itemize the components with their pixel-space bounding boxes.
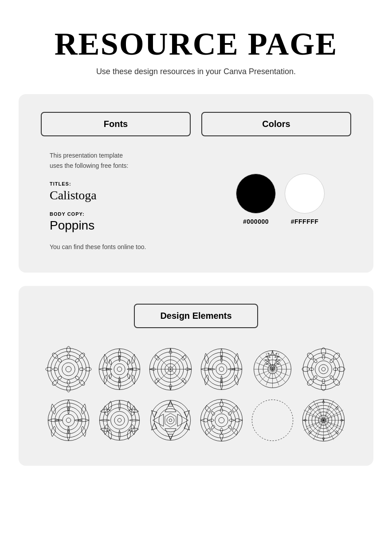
svg-point-93 bbox=[159, 408, 182, 432]
svg-point-58 bbox=[307, 353, 340, 386]
svg-marker-96 bbox=[153, 414, 164, 426]
svg-point-83 bbox=[63, 414, 74, 426]
svg-point-80 bbox=[51, 403, 86, 438]
svg-point-107 bbox=[252, 400, 293, 440]
svg-point-64 bbox=[321, 383, 326, 391]
svg-point-17 bbox=[79, 368, 84, 370]
design-elements-header: Design Elements bbox=[41, 304, 351, 328]
fonts-colors-card: Fonts Colors This presentation template … bbox=[19, 94, 373, 273]
mandala-item-2 bbox=[96, 346, 143, 392]
body-copy-label: BODY COPY: bbox=[50, 211, 192, 217]
mandala-item-11 bbox=[249, 397, 296, 444]
mandala-item-3 bbox=[147, 346, 194, 392]
svg-point-62 bbox=[321, 367, 325, 371]
mandala-item-8 bbox=[96, 397, 143, 444]
page-header: RESOURCE PAGE Use these design resources… bbox=[55, 27, 338, 76]
svg-point-82 bbox=[59, 410, 78, 430]
swatch-circle-white bbox=[285, 174, 325, 214]
svg-point-103 bbox=[208, 406, 235, 434]
fonts-left-panel: This presentation template uses the foll… bbox=[41, 151, 192, 250]
titles-font-name: Calistoga bbox=[50, 188, 192, 202]
svg-marker-97 bbox=[177, 414, 188, 426]
svg-point-99 bbox=[167, 416, 174, 424]
mandala-item-4 bbox=[198, 346, 245, 392]
svg-point-90 bbox=[118, 418, 121, 422]
svg-point-27 bbox=[117, 367, 122, 372]
svg-point-19 bbox=[75, 358, 80, 363]
mandala-item-6 bbox=[300, 346, 347, 392]
svg-point-61 bbox=[319, 365, 328, 374]
svg-point-16 bbox=[53, 368, 58, 370]
svg-point-106 bbox=[219, 417, 224, 423]
svg-point-5 bbox=[66, 366, 71, 372]
page-subtitle: Use these design resources in your Canva… bbox=[55, 67, 338, 76]
svg-point-20 bbox=[57, 375, 63, 381]
svg-point-42 bbox=[216, 364, 227, 375]
svg-point-25 bbox=[110, 360, 129, 378]
svg-point-60 bbox=[315, 361, 332, 378]
svg-marker-98 bbox=[165, 413, 176, 428]
design-elements-card: Design Elements bbox=[19, 286, 373, 466]
svg-point-84 bbox=[66, 418, 71, 423]
swatch-label-black: #000000 bbox=[243, 218, 269, 225]
color-swatches-container: #000000 #FFFFFF bbox=[236, 174, 325, 225]
svg-point-4 bbox=[62, 363, 75, 376]
svg-point-21 bbox=[75, 375, 80, 381]
body-font-block: BODY COPY: Poppins bbox=[50, 211, 192, 233]
svg-point-18 bbox=[57, 358, 63, 363]
svg-point-9 bbox=[85, 367, 91, 371]
svg-point-86 bbox=[103, 404, 136, 437]
fonts-description: This presentation template uses the foll… bbox=[50, 151, 192, 170]
svg-point-14 bbox=[67, 354, 70, 359]
svg-point-7 bbox=[67, 385, 70, 392]
mandala-grid bbox=[41, 346, 351, 444]
mandala-item-10 bbox=[198, 397, 245, 444]
mandala-item-12 bbox=[300, 397, 347, 444]
swatch-white: #FFFFFF bbox=[285, 174, 325, 225]
svg-point-79 bbox=[48, 400, 89, 440]
svg-point-100 bbox=[169, 419, 172, 421]
body-font-name: Poppins bbox=[50, 218, 192, 233]
colors-right-panel: #000000 #FFFFFF bbox=[209, 151, 351, 250]
svg-point-26 bbox=[114, 364, 125, 375]
svg-point-15 bbox=[67, 380, 70, 385]
svg-point-2 bbox=[55, 355, 82, 383]
svg-point-39 bbox=[205, 353, 239, 386]
mandala-item-5 bbox=[249, 346, 296, 392]
svg-point-8 bbox=[46, 367, 52, 371]
design-elements-label-button[interactable]: Design Elements bbox=[134, 304, 258, 328]
titles-label: TITLES: bbox=[50, 181, 192, 186]
swatch-circle-black bbox=[236, 174, 276, 214]
section-top-row: Fonts Colors bbox=[41, 112, 351, 136]
titles-font-block: TITLES: Calistoga bbox=[50, 181, 192, 202]
page-title: RESOURCE PAGE bbox=[55, 27, 338, 62]
svg-point-6 bbox=[67, 346, 70, 353]
svg-point-23 bbox=[103, 353, 137, 386]
svg-marker-95 bbox=[165, 428, 176, 439]
swatch-label-white: #FFFFFF bbox=[291, 218, 319, 225]
svg-point-0 bbox=[47, 348, 90, 390]
svg-point-63 bbox=[321, 348, 326, 355]
svg-point-92 bbox=[154, 404, 187, 437]
mandala-item-7 bbox=[45, 397, 92, 444]
svg-point-89 bbox=[114, 415, 125, 425]
svg-point-88 bbox=[111, 412, 129, 429]
mandala-item-9 bbox=[147, 397, 194, 444]
fonts-colors-content: This presentation template uses the foll… bbox=[41, 151, 351, 250]
fonts-label-button[interactable]: Fonts bbox=[41, 112, 191, 136]
svg-marker-94 bbox=[165, 401, 176, 412]
swatch-black: #000000 bbox=[236, 174, 276, 225]
svg-point-105 bbox=[215, 414, 228, 427]
fonts-find-text: You can find these fonts online too. bbox=[50, 243, 192, 250]
mandala-item-1 bbox=[45, 346, 92, 392]
colors-label-button[interactable]: Colors bbox=[201, 112, 351, 136]
svg-point-65 bbox=[302, 367, 310, 372]
svg-point-66 bbox=[337, 367, 345, 372]
svg-point-43 bbox=[219, 367, 224, 372]
svg-point-1 bbox=[51, 352, 86, 387]
